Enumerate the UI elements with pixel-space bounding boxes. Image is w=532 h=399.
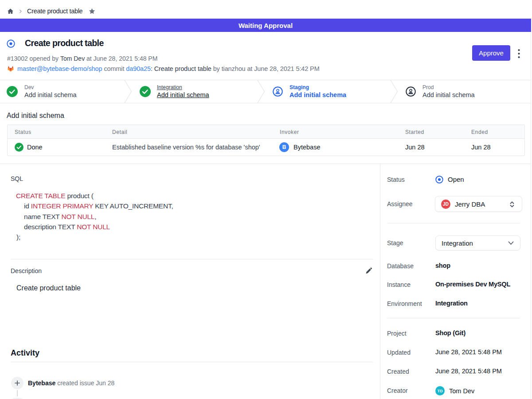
svg-text:TD: TD [437,389,443,393]
svg-text:JD: JD [443,202,449,207]
svg-text:B: B [282,144,286,150]
